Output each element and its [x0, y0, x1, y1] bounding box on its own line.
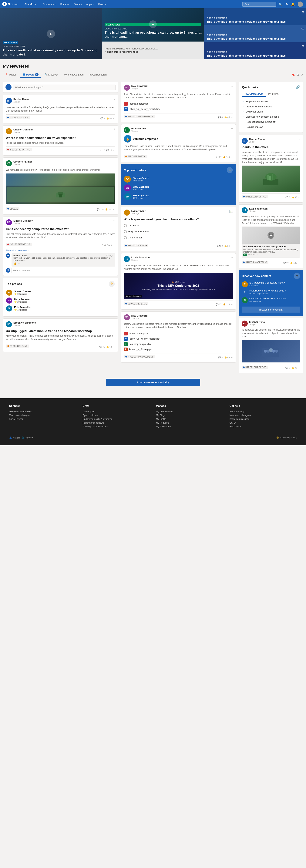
file-attachment[interactable]: W Follow_Up_weekly_report.docx — [124, 336, 233, 341]
quick-link-item[interactable]: → Product Marketing Docs — [242, 104, 300, 109]
post-tag[interactable]: GLOBAL — [6, 207, 20, 210]
hero-mid-main[interactable]: ▶ GLOBAL NEWS 10 JUL · CHANNEL NAME This… — [102, 8, 204, 41]
footer-link[interactable]: Career path — [83, 410, 150, 413]
post-tag[interactable]: BARCELONA OFFICE — [242, 366, 268, 369]
settings-icon[interactable]: ⚙ — [297, 73, 299, 76]
nav-people[interactable]: People — [96, 2, 108, 6]
footer-link[interactable]: Meet new colleagues — [9, 413, 76, 417]
footer-link[interactable]: My Communities — [156, 410, 223, 413]
discover-item[interactable]: E Is C particularly difficult to meet? E… — [242, 281, 300, 287]
more-options-icon[interactable]: ··· — [113, 160, 115, 164]
more-icon[interactable]: ··· — [113, 117, 115, 120]
more-options-icon[interactable]: ··· — [231, 256, 233, 259]
link-preview[interactable]: ▶ Business school the new design school?… — [242, 226, 300, 257]
more-icon[interactable]: ··· — [299, 196, 300, 198]
footer-language[interactable]: 🌐 English ▾ — [22, 436, 33, 439]
post-tag[interactable]: DEV CONFERENCE — [124, 302, 149, 305]
hero-right-card-1[interactable]: ★ THIS IS THE SUBTITLE This is the title… — [204, 8, 306, 25]
file-attachment[interactable]: P Product Strategy.pdf — [124, 331, 233, 336]
footer-link[interactable]: Branding guidelines — [230, 417, 297, 421]
quick-link-item[interactable]: → Help us improve — [242, 124, 300, 129]
play-button[interactable]: ▶ — [47, 30, 55, 38]
profile-icon[interactable]: U — [297, 1, 304, 7]
more-icon[interactable]: ··· — [113, 346, 115, 348]
notification-bell-icon[interactable]: 🔔 — [290, 2, 296, 7]
brand-logo[interactable]: Nexiera — [2, 2, 18, 6]
more-icon[interactable]: ··· — [299, 261, 300, 264]
hero-right-card-3[interactable]: ★ THIS IS THE SUBTITLE This is the title… — [204, 42, 306, 59]
hero-mid-bottom[interactable]: THIS IS THE SUBTITLE AND TRUNCATES IN ON… — [102, 41, 204, 59]
poll-option[interactable]: Tim Ferris — [124, 223, 233, 228]
tab-places[interactable]: 📍 Places — [3, 72, 19, 78]
post-tag[interactable]: PRODUCT MANAGEMENT — [124, 115, 155, 118]
more-icon[interactable]: ··· — [231, 116, 233, 119]
hero-right-card-2[interactable]: 🛍 THIS IS THE SUBTITLE This is the title… — [204, 25, 306, 42]
more-options-icon[interactable]: ··· — [298, 207, 300, 211]
search-button[interactable]: 🔍 — [278, 2, 283, 7]
post-tag[interactable]: PRODUCT DESIGN — [6, 116, 30, 119]
comment-input[interactable] — [11, 268, 115, 273]
post-tag[interactable]: PRODUCT MANAGEMENT — [124, 355, 155, 358]
quick-link-item[interactable]: → Request holidays & time off — [242, 119, 300, 124]
more-icon[interactable]: ··· — [113, 244, 115, 246]
footer-link[interactable]: Performance reviews — [83, 421, 150, 425]
more-icon[interactable]: ··· — [231, 303, 233, 306]
comment-more-icon[interactable]: ··· — [18, 262, 21, 266]
quick-tab-recommended[interactable]: RECOMMENDED — [242, 91, 266, 97]
more-icon[interactable]: ··· — [231, 356, 233, 359]
post-tag[interactable]: PRODUCT LAUNC — [6, 344, 29, 347]
more-icon[interactable]: ··· — [231, 156, 233, 158]
more-options-icon[interactable]: ··· — [231, 314, 233, 318]
more-options-icon[interactable]: ··· — [298, 138, 300, 141]
nav-apps[interactable]: Apps ▾ — [84, 2, 96, 6]
load-more-button[interactable]: Load more recent activity — [106, 379, 200, 386]
discover-item[interactable]: P Preferred venue for GC&E 2022? Human R… — [242, 289, 300, 295]
tab-discover[interactable]: 🔍 Discover — [42, 72, 60, 78]
more-icon[interactable]: ··· — [299, 367, 300, 369]
play-button[interactable]: ▶ — [149, 21, 157, 28]
footer-link[interactable]: Social Events — [9, 417, 76, 421]
more-options-icon[interactable]: ··· — [113, 321, 115, 325]
show-all-comments[interactable]: Show all 41 comments — [6, 249, 115, 252]
footer-link[interactable]: Trainings & Certifications — [83, 425, 150, 429]
more-options-icon[interactable]: ··· — [298, 320, 300, 324]
more-icon[interactable]: ··· — [231, 245, 233, 247]
tab-workingoutloud[interactable]: #WorkingOutLoud — [62, 72, 86, 78]
footer-link[interactable]: OSHA — [230, 421, 297, 425]
hero-left-card[interactable]: ▶ LOCAL NEWS 10 JUL · CHANNEL NAME This … — [0, 8, 102, 59]
footer-link[interactable]: Ask something — [230, 410, 297, 413]
post-tag[interactable]: PARTNER PORTAL — [124, 155, 148, 158]
file-attachment[interactable]: X Roadmap sample.xlsx — [124, 341, 233, 347]
browse-more-button[interactable]: Browse more content — [242, 307, 300, 313]
poll-option[interactable]: Eugene Fernandez — [124, 228, 233, 235]
question-icon[interactable]: ? — [114, 128, 115, 131]
quick-link-item[interactable]: → Own your profile — [242, 109, 300, 114]
poll-radio[interactable] — [124, 224, 127, 227]
post-tag[interactable]: BARCELONA OFFICE — [242, 195, 268, 198]
search-input[interactable] — [242, 2, 276, 7]
filter-icon[interactable]: ▽ — [301, 73, 303, 76]
file-attachment[interactable]: P Product_X_Strategy.pptx — [124, 347, 233, 352]
composer-input[interactable] — [13, 85, 116, 90]
footer-link[interactable]: My Timesheets — [156, 425, 223, 429]
poll-radio[interactable] — [124, 236, 127, 239]
tab-people[interactable]: 👤 People 8 — [20, 72, 41, 78]
footer-link[interactable]: My Requests — [156, 421, 223, 425]
post-tag[interactable]: ISSUES REPORTING — [6, 148, 32, 151]
more-icon[interactable]: ··· — [113, 149, 115, 152]
discover-item[interactable]: C Convert CO2 emissions into natur... Na… — [242, 297, 300, 303]
quick-link-item[interactable]: → Employee handbook — [242, 99, 300, 104]
footer-link[interactable]: My Profile — [156, 417, 223, 421]
footer-link[interactable]: Open positions — [83, 413, 150, 417]
poll-radio[interactable] — [124, 230, 127, 233]
quick-link-item[interactable]: → Discover new content & people — [242, 114, 300, 119]
footer-link[interactable]: Help Center — [230, 425, 297, 429]
nav-places[interactable]: Places ▾ — [58, 2, 71, 6]
play-icon[interactable]: ▶ — [268, 232, 274, 239]
more-icon[interactable]: ··· — [113, 208, 115, 211]
add-button[interactable]: ⊕ — [285, 2, 288, 7]
more-options-icon[interactable]: ··· — [231, 85, 233, 88]
like-comment-icon[interactable]: 👍 — [13, 262, 17, 266]
bookmark-icon[interactable]: 🔖 — [291, 73, 295, 76]
footer-link[interactable]: Discover Communities — [9, 410, 76, 413]
